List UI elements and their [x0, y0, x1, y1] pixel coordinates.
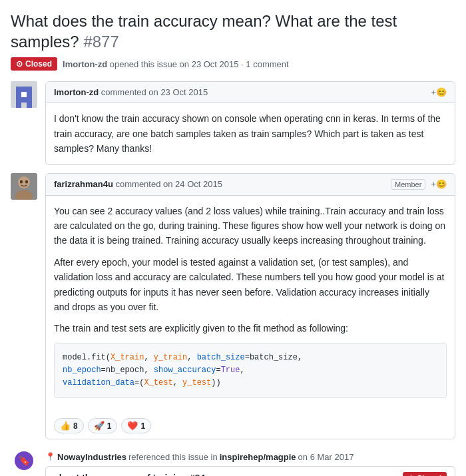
svg-rect-7 — [16, 97, 21, 103]
reactions-row: 👍 8 🚀 1 ❤️ 1 — [46, 413, 455, 439]
timeline-actor-link[interactable]: NowayIndustries — [57, 452, 126, 462]
comment-box: lmorton-zd commented on 23 Oct 2015 +😊 I… — [45, 81, 455, 164]
avatar — [11, 173, 37, 200]
comment-header-left-2: farizrahman4u commented on 24 Oct 2015 — [54, 179, 222, 189]
comment-author-link[interactable]: lmorton-zd — [54, 87, 99, 97]
rocket-emoji: 🚀 — [94, 421, 105, 431]
svg-rect-8 — [27, 97, 32, 103]
code-block: model.fit(X_train, y_train, batch_size=b… — [54, 343, 447, 399]
repo-link[interactable]: inspirehep/magpie — [220, 452, 296, 462]
referenced-closed-badge: ⊙ Closed — [403, 472, 447, 476]
comment-paragraph-3: The train and test sets are explicitly g… — [54, 321, 447, 336]
closed-icon: ⊙ — [16, 59, 23, 69]
add-reaction-button[interactable]: +😊 — [431, 87, 447, 97]
add-reaction-button-2[interactable]: +😊 — [431, 179, 447, 189]
svg-rect-4 — [16, 92, 21, 97]
avatar-svg-2 — [11, 173, 37, 200]
code-line-3: validation_data=(X_test, y_test)) — [63, 377, 438, 389]
svg-rect-3 — [21, 87, 27, 92]
issue-meta-text: lmorton-zd opened this issue on 23 Oct 2… — [63, 59, 289, 69]
comment-body: I don't know the train accuracy shown on… — [46, 103, 455, 164]
comment-header-right: +😊 — [431, 87, 447, 97]
heart-reaction[interactable]: ❤️ 1 — [121, 418, 151, 433]
thumbsup-count: 8 — [73, 421, 78, 431]
comment-header-left: lmorton-zd commented on 23 Oct 2015 — [54, 87, 208, 97]
referenced-issue-title: about the accuracy of training #84 — [54, 473, 205, 476]
closed-badge-label: Closed — [25, 59, 52, 69]
thumbsup-reaction[interactable]: 👍 8 — [54, 418, 84, 433]
page-title: What does the train accuracy mean? What … — [11, 11, 455, 52]
comment-container: lmorton-zd commented on 23 Oct 2015 +😊 I… — [11, 81, 455, 164]
comment-box-2: farizrahman4u commented on 24 Oct 2015 M… — [45, 173, 455, 440]
comment-header: lmorton-zd commented on 23 Oct 2015 +😊 — [46, 82, 455, 103]
timeline-text: 📍 NowayIndustries referenced this issue … — [45, 451, 455, 462]
timeline-reference-content: 📍 NowayIndustries referenced this issue … — [45, 451, 455, 476]
svg-rect-2 — [27, 87, 32, 92]
heart-emoji: ❤️ — [127, 421, 138, 431]
rocket-count: 1 — [107, 421, 112, 431]
comment-author-link-2[interactable]: farizrahman4u — [54, 179, 113, 189]
thumbsup-emoji: 👍 — [60, 421, 71, 431]
comment-paragraph: I don't know the train accuracy shown on… — [54, 111, 447, 156]
svg-point-16 — [25, 180, 28, 183]
code-line-2: nb_epoch=nb_epoch, show_accuracy=True, — [63, 364, 438, 377]
referenced-issue-box: about the accuracy of training #84 ⊙ Clo… — [45, 466, 455, 476]
issue-author-link[interactable]: lmorton-zd — [63, 59, 107, 69]
title-text: What does the train accuracy mean? What … — [11, 12, 397, 51]
closed-badge: ⊙ Closed — [11, 57, 57, 71]
comment-paragraph-1: You can see 2 accuracy values (and 2 los… — [54, 204, 447, 248]
avatar-svg — [11, 81, 37, 108]
code-line-1: model.fit(X_train, y_train, batch_size=b… — [63, 352, 438, 364]
svg-rect-9 — [16, 103, 21, 108]
comment-header-2: farizrahman4u commented on 24 Oct 2015 M… — [46, 174, 455, 196]
bookmark-icon: 🔖 — [15, 451, 33, 470]
pin-icon: 📍 — [45, 452, 55, 461]
svg-rect-5 — [27, 92, 32, 97]
comment-body-2: You can see 2 accuracy values (and 2 los… — [46, 196, 455, 413]
comment-container: farizrahman4u commented on 24 Oct 2015 M… — [11, 173, 455, 440]
svg-point-15 — [20, 180, 23, 183]
svg-rect-1 — [16, 87, 21, 92]
issue-meta-row: ⊙ Closed lmorton-zd opened this issue on… — [11, 57, 455, 71]
rocket-reaction[interactable]: 🚀 1 — [88, 418, 118, 433]
svg-point-13 — [18, 176, 30, 188]
svg-rect-6 — [21, 97, 27, 103]
svg-rect-11 — [21, 92, 27, 97]
timeline-reference-event: 🔖 📍 NowayIndustries referenced this issu… — [11, 447, 455, 476]
avatar — [11, 81, 37, 108]
issue-number: #877 — [83, 33, 118, 51]
comment-thread: lmorton-zd commented on 23 Oct 2015 +😊 I… — [11, 81, 455, 447]
member-badge: Member — [391, 179, 425, 190]
svg-rect-10 — [27, 103, 32, 108]
comment-paragraph-2: After every epoch, your model is tested … — [54, 255, 447, 315]
heart-count: 1 — [140, 421, 145, 431]
comment-header-right-2: Member +😊 — [391, 179, 447, 190]
timeline-icon-col: 🔖 — [11, 451, 37, 470]
